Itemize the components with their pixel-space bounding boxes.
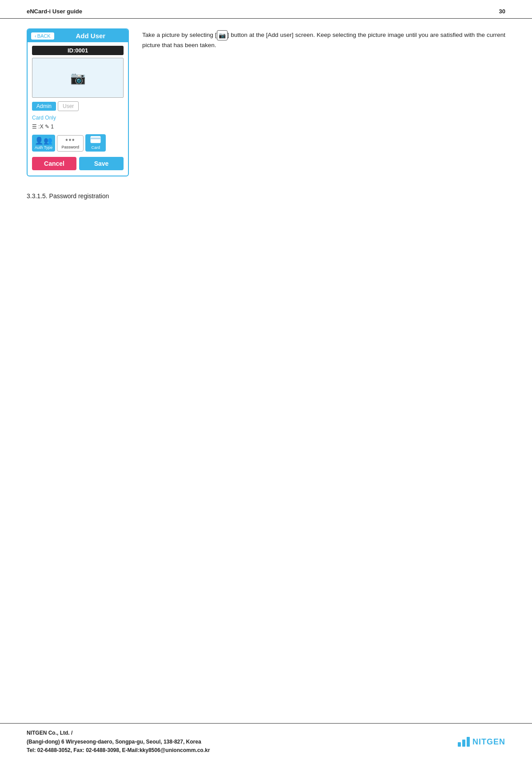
card-icon (90, 136, 101, 145)
nitgen-bar-1 (458, 742, 461, 747)
footer-line2: (Bangi-dong) 6 Wiryeseong-daero, Songpa-… (27, 738, 210, 746)
password-label: Password (62, 145, 80, 149)
admin-role-button[interactable]: Admin (32, 102, 56, 111)
footer-line3: Tel: 02-6488-3052, Fax: 02-6488-3098, E-… (27, 746, 210, 755)
info-row-text: ☰ :X ✎ 1 (32, 124, 54, 130)
auth-type-button[interactable]: 👤👥 Auth Type (32, 135, 55, 152)
nitgen-bar-2 (462, 740, 465, 747)
photo-area[interactable]: 📷 (32, 58, 124, 98)
section-heading: 3.3.1.5. Password registration (0, 176, 532, 200)
password-icon: *** (65, 137, 75, 144)
user-id-bar: ID:0001 (32, 46, 124, 55)
device-body: ID:0001 📷 Admin User Card Only ☰ :X ✎ 1 … (28, 42, 128, 176)
page-header: eNCard-i User guide 30 (0, 0, 532, 19)
section-heading-text: 3.3.1.5. Password registration (27, 192, 109, 200)
action-buttons: Cancel Save (32, 157, 124, 170)
device-mockup: ‹ BACK Add User ID:0001 📷 Admin User Car… (27, 28, 129, 176)
back-button[interactable]: ‹ BACK (31, 32, 54, 40)
card-only-label: Card Only (32, 115, 124, 121)
password-button[interactable]: *** Password (57, 135, 84, 152)
save-button[interactable]: Save (79, 157, 124, 170)
user-role-button[interactable]: User (58, 101, 79, 111)
card-button[interactable]: Card (85, 134, 106, 152)
page-number: 30 (499, 8, 505, 15)
svg-rect-0 (91, 136, 100, 143)
card-label: Card (92, 145, 100, 150)
footer-logo: NITGEN (458, 737, 505, 747)
camera-icon: 📷 (70, 71, 86, 85)
info-row: ☰ :X ✎ 1 (32, 124, 124, 130)
inline-camera-icon: 📷 (217, 30, 228, 40)
description-text: Take a picture by selecting [📷] button a… (142, 28, 505, 176)
main-content: ‹ BACK Add User ID:0001 📷 Admin User Car… (0, 28, 532, 176)
page-footer: NITGEN Co., Ltd. / (Bangi-dong) 6 Wiryes… (0, 723, 532, 760)
nitgen-bar-3 (467, 737, 470, 747)
footer-line1: NITGEN Co., Ltd. / (27, 729, 210, 737)
document-title: eNCard-i User guide (27, 8, 82, 15)
footer-contact: NITGEN Co., Ltd. / (Bangi-dong) 6 Wiryes… (27, 729, 210, 755)
back-arrow-icon: ‹ (35, 33, 36, 39)
device-screen-title: Add User (57, 32, 124, 40)
description-line1: Take a picture by selecting [ (142, 32, 217, 38)
back-button-label: BACK (37, 33, 51, 39)
auth-type-row: 👤👥 Auth Type *** Password Card (32, 134, 124, 152)
svg-rect-1 (91, 138, 100, 140)
device-header: ‹ BACK Add User (28, 29, 128, 42)
cancel-button[interactable]: Cancel (32, 157, 76, 170)
nitgen-bars-icon (458, 737, 470, 747)
auth-type-label: Auth Type (35, 145, 52, 150)
auth-icon: 👤👥 (35, 136, 52, 145)
role-buttons: Admin User (32, 101, 124, 111)
nitgen-logo-label: NITGEN (472, 737, 505, 747)
